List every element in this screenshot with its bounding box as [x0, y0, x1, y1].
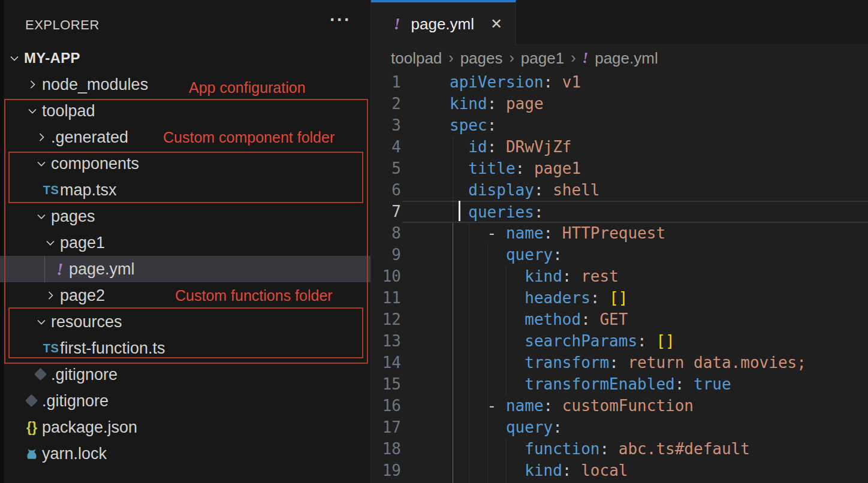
code-lines: apiVersion: v1kind: pagespec: id: DRwVjZ… [450, 71, 868, 481]
line-number: 18 [371, 438, 401, 460]
tree-item-first-function-ts[interactable]: TSfirst-function.ts [0, 335, 370, 361]
explorer-more-actions-button[interactable]: ··· [330, 10, 351, 30]
tree-item-label: components [51, 150, 139, 177]
tree-item-map-tsx[interactable]: TSmap.tsx [0, 177, 370, 203]
tree-item-toolpad[interactable]: toolpad [0, 98, 370, 124]
tree-item-label: .generated [51, 124, 128, 150]
line-number: 19 [371, 460, 401, 481]
code-line[interactable]: kind: local [450, 460, 868, 481]
chevron-down-icon [25, 104, 40, 118]
git-icon [23, 388, 41, 414]
tree-item-label: .gitignore [42, 388, 108, 414]
yaml-warning-icon: ! [51, 256, 69, 282]
line-number-gutter: 12345678910111213141516171819 [371, 71, 401, 481]
code-line[interactable]: queries: [450, 201, 868, 222]
chevron-right-icon: › [571, 49, 575, 67]
code-line[interactable]: - name: customFunction [450, 395, 868, 416]
chevron-right-icon [25, 77, 40, 92]
chevron-right-icon [34, 130, 49, 144]
line-number: 1 [371, 71, 401, 93]
line-number: 13 [371, 330, 401, 352]
line-number: 9 [371, 244, 401, 265]
tab-page-yml[interactable]: ! page.yml ✕ [371, 0, 516, 46]
line-number: 7 [371, 201, 401, 222]
breadcrumb-page-yml[interactable]: page.yml [595, 49, 658, 68]
code-line[interactable]: query: [450, 416, 868, 438]
line-number: 10 [371, 265, 401, 287]
line-number: 2 [371, 93, 401, 114]
chevron-down-icon [7, 51, 22, 65]
tree-item-label: first-function.ts [60, 335, 165, 361]
tree-item-pages[interactable]: pages [0, 203, 370, 230]
code-line[interactable]: query: [450, 244, 868, 265]
line-number: 6 [371, 179, 401, 201]
line-number: 11 [371, 287, 401, 309]
tree-item-label: yarn.lock [42, 440, 107, 467]
tree-item--gitignore[interactable]: .gitignore [0, 388, 370, 414]
tree-item-my-app[interactable]: MY-APP [0, 45, 370, 71]
tree-item-label: page.yml [69, 256, 135, 282]
code-line[interactable]: spec: [450, 114, 868, 136]
breadcrumb: toolpad › pages › page1 › ! page.yml [371, 45, 868, 71]
breadcrumb-page1[interactable]: page1 [521, 49, 564, 68]
yaml-warning-icon: ! [394, 15, 400, 34]
code-line[interactable]: apiVersion: v1 [450, 71, 868, 93]
code-line[interactable]: title: page1 [450, 158, 868, 179]
line-number: 3 [371, 114, 401, 136]
code-line[interactable]: display: shell [450, 179, 868, 201]
tree-item-components[interactable]: components [0, 150, 370, 177]
tree-item--gitignore[interactable]: .gitignore [0, 361, 370, 388]
line-number: 8 [371, 222, 401, 244]
code-line[interactable]: id: DRwVjZf [450, 136, 868, 158]
code-line[interactable]: transformEnabled: true [450, 373, 868, 395]
explorer-title: EXPLORER [25, 17, 100, 33]
line-number: 15 [371, 373, 401, 395]
line-number: 14 [371, 352, 401, 373]
tree-item-label: page2 [60, 282, 105, 309]
line-number: 5 [371, 158, 401, 179]
line-number: 16 [371, 395, 401, 416]
close-icon[interactable]: ✕ [490, 16, 502, 32]
yaml-warning-icon: ! [582, 50, 588, 67]
git-icon [32, 361, 50, 388]
code-line[interactable]: headers: [] [450, 287, 868, 309]
code-editor[interactable]: 12345678910111213141516171819 apiVersion… [371, 71, 868, 483]
code-line[interactable]: transform: return data.movies; [450, 352, 868, 373]
tree-item-resources[interactable]: resources [0, 309, 370, 335]
breadcrumb-pages[interactable]: pages [460, 49, 503, 68]
chevron-right-icon: › [509, 49, 514, 67]
line-number: 17 [371, 416, 401, 438]
tree-item-package-json[interactable]: {}package.json [0, 414, 370, 440]
tree-item-label: .gitignore [51, 361, 117, 388]
tree-item-page1[interactable]: page1 [0, 230, 370, 256]
json-icon: {} [23, 414, 41, 440]
chevron-right-icon: › [448, 49, 453, 67]
code-line[interactable]: - name: HTTPrequest [450, 222, 868, 244]
line-number: 4 [371, 136, 401, 158]
tree-item-label: toolpad [42, 98, 95, 124]
annotation-custom-functions-folder: Custom functions folder [175, 287, 333, 304]
tree-item-label: node_modules [42, 71, 148, 98]
tree-item-node-modules[interactable]: node_modules [0, 71, 370, 98]
line-number: 12 [371, 309, 401, 330]
annotation-app-configuration: App configuration [189, 79, 306, 96]
tree-item-label: map.tsx [60, 177, 117, 203]
yarn-icon [23, 440, 41, 467]
breadcrumb-toolpad[interactable]: toolpad [391, 49, 442, 68]
chevron-down-icon [43, 236, 58, 250]
chevron-down-icon [34, 156, 49, 171]
tree-item-yarn-lock[interactable]: yarn.lock [0, 440, 370, 467]
code-line[interactable]: method: GET [450, 309, 868, 330]
chevron-down-icon [34, 315, 49, 329]
editor-area: ! page.yml ✕ toolpad › pages › page1 › !… [371, 0, 868, 483]
vscode-window: { "colors": { "sidebar_bg": "#181818", "… [0, 0, 868, 483]
tree-item-page-yml[interactable]: !page.yml [0, 256, 370, 282]
explorer-sidebar: EXPLORER ··· MY-APPnode_modulestoolpad.g… [0, 0, 371, 483]
code-line[interactable]: searchParams: [] [450, 330, 868, 352]
tree-item-label: page1 [60, 230, 105, 256]
code-line[interactable]: kind: rest [450, 265, 868, 287]
tree-item-label: pages [51, 203, 95, 230]
annotation-custom-component-folder: Custom component folder [163, 129, 334, 146]
code-line[interactable]: kind: page [450, 93, 868, 114]
code-line[interactable]: function: abc.ts#default [450, 438, 868, 460]
